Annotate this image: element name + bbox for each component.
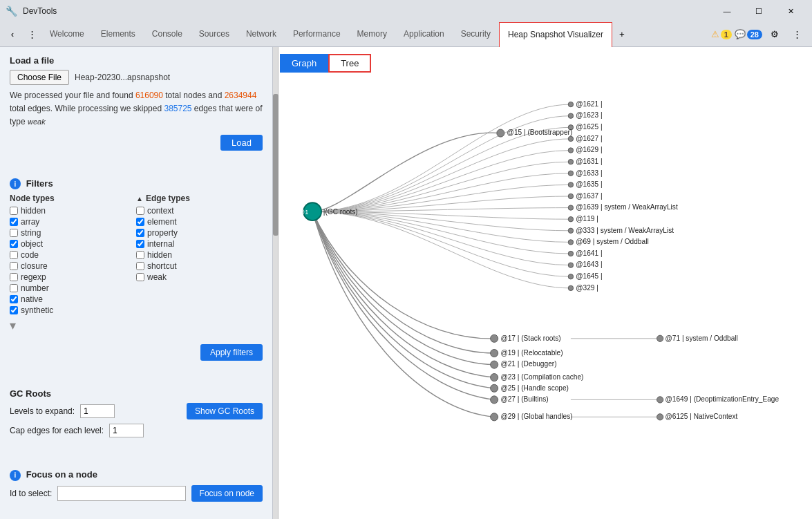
nav-back-button[interactable]: ‹ xyxy=(3,25,22,44)
node-hidden-cb[interactable] xyxy=(10,207,18,215)
node-1641-circle[interactable] xyxy=(568,251,573,256)
node-1643-label: @1643 | xyxy=(576,261,602,268)
node-stack-circle[interactable] xyxy=(491,334,498,342)
node-relocatable-label: @19 | (Relocatable) xyxy=(500,349,563,357)
node-69-label: @69 | system / Oddball xyxy=(576,238,648,245)
add-tab-button[interactable]: + xyxy=(612,25,632,44)
edge-internal-label: internal xyxy=(147,239,174,249)
apply-filters-button[interactable]: Apply filters xyxy=(200,344,263,361)
node-329-circle[interactable] xyxy=(568,285,573,290)
tab-application[interactable]: Application xyxy=(395,22,453,47)
tab-console[interactable]: Console xyxy=(144,22,191,47)
message-badge[interactable]: 💬 28 xyxy=(735,29,762,39)
levels-input[interactable] xyxy=(80,404,115,418)
node-333-circle[interactable] xyxy=(568,228,573,233)
node-71-circle[interactable] xyxy=(657,335,663,341)
node-types-expand[interactable]: ▾ xyxy=(10,318,136,333)
node-code-label: code xyxy=(21,250,39,260)
node-1637-circle[interactable] xyxy=(568,194,573,198)
node-debugger-circle[interactable] xyxy=(491,361,498,368)
tab-security[interactable]: Security xyxy=(453,22,499,47)
tab-sources[interactable]: Sources xyxy=(191,22,238,47)
node-1643-circle[interactable] xyxy=(568,263,573,267)
node-compilation-label: @23 | (Compilation cache) xyxy=(500,373,583,381)
graph-container: @1621 | @1623 | @1625 | @1627 | @1629 | … xyxy=(278,47,812,519)
edge-element-cb[interactable] xyxy=(136,218,144,226)
tab-network[interactable]: Network xyxy=(238,22,285,47)
focus-node-button[interactable]: Focus on node xyxy=(191,485,263,502)
node-relocatable-circle[interactable] xyxy=(491,349,498,357)
node-69-circle[interactable] xyxy=(568,240,573,245)
tab-elements[interactable]: Elements xyxy=(93,22,144,47)
node-1623-circle[interactable] xyxy=(568,113,573,118)
node-1621-circle[interactable] xyxy=(568,102,573,106)
node-native-cb[interactable] xyxy=(10,295,18,303)
settings-button[interactable]: ⚙ xyxy=(765,25,784,44)
load-button[interactable]: Load xyxy=(220,135,263,151)
node-1631-circle[interactable] xyxy=(568,159,573,164)
warning-badge[interactable]: ⚠ 1 xyxy=(711,29,732,39)
show-gc-roots-button[interactable]: Show GC Roots xyxy=(187,403,263,419)
node-1639-circle[interactable] xyxy=(568,205,573,210)
node-1649-circle[interactable] xyxy=(657,397,663,403)
cap-input[interactable] xyxy=(109,424,144,437)
tab-performance[interactable]: Performance xyxy=(285,22,349,47)
node-builtins-circle[interactable] xyxy=(491,396,498,404)
edge-shortcut-cb[interactable] xyxy=(136,262,144,270)
title-bar: 🔧 DevTools — ☐ ✕ xyxy=(0,0,812,22)
file-name: Heap-20230...apsnapshot xyxy=(75,73,170,82)
id-select-input[interactable] xyxy=(57,486,185,501)
node-1633-circle[interactable] xyxy=(568,171,573,176)
node-1627-label: @1627 | xyxy=(576,135,602,142)
edge-internal-cb[interactable] xyxy=(136,240,144,248)
close-button[interactable]: ✕ xyxy=(775,0,806,22)
view-toggle: Graph Tree xyxy=(280,54,371,73)
node-array-cb[interactable] xyxy=(10,218,18,226)
node-synthetic-cb[interactable] xyxy=(10,306,18,314)
focus-info-icon: i xyxy=(10,470,21,481)
node-1635-circle[interactable] xyxy=(568,182,573,187)
node-regexp-cb[interactable] xyxy=(10,273,18,281)
minimize-button[interactable]: — xyxy=(711,0,743,22)
node-handle-circle[interactable] xyxy=(491,384,498,392)
tree-view-button[interactable]: Tree xyxy=(328,54,371,73)
node-119-circle[interactable] xyxy=(568,217,573,222)
node-1645-circle[interactable] xyxy=(568,274,573,279)
node-code-cb[interactable] xyxy=(10,251,18,259)
node-string-cb[interactable] xyxy=(10,229,18,237)
scroll-thumb[interactable] xyxy=(273,94,278,236)
cap-label: Cap edges for each level: xyxy=(10,426,104,435)
edge-root-1633 xyxy=(312,173,571,211)
node-compilation-circle[interactable] xyxy=(491,374,498,381)
tab-welcome[interactable]: Welcome xyxy=(41,22,93,47)
node-1627-circle[interactable] xyxy=(568,136,573,141)
node-object: object xyxy=(10,239,136,249)
node-object-label: object xyxy=(21,239,43,249)
node-closure-cb[interactable] xyxy=(10,262,18,270)
choose-file-button[interactable]: Choose File xyxy=(10,70,69,85)
load-file-title: Load a file xyxy=(10,55,263,66)
maximize-button[interactable]: ☐ xyxy=(743,0,775,22)
node-handle-label: @25 | (Handle scope) xyxy=(500,384,569,392)
tab-heap[interactable]: Heap Snapshot Visualizer xyxy=(499,22,612,47)
levels-label: Levels to expand: xyxy=(10,406,75,416)
edge-context-cb[interactable] xyxy=(136,207,144,215)
edge-weak-cb[interactable] xyxy=(136,273,144,281)
node-object-cb[interactable] xyxy=(10,240,18,248)
graph-view-button[interactable]: Graph xyxy=(280,54,328,73)
scrollbar[interactable] xyxy=(273,47,278,519)
tab-memory[interactable]: Memory xyxy=(349,22,395,47)
node-1635-label: @1635 | xyxy=(576,180,602,188)
node-1645-label: @1645 | xyxy=(576,272,602,280)
node-1629-circle[interactable] xyxy=(568,148,573,153)
node-bootstrapper-circle[interactable] xyxy=(497,129,504,137)
node-root-label: @1 xyxy=(299,209,309,216)
node-number-cb[interactable] xyxy=(10,284,18,292)
edge-property-cb[interactable] xyxy=(136,229,144,237)
nav-more-button[interactable]: ⋮ xyxy=(22,25,41,44)
node-global-circle[interactable] xyxy=(491,413,498,421)
edge-hidden-cb[interactable] xyxy=(136,251,144,259)
node-71-label: @71 | system / Oddball xyxy=(665,334,738,342)
more-tools-button[interactable]: ⋮ xyxy=(787,25,806,44)
node-6125-circle[interactable] xyxy=(657,414,663,420)
